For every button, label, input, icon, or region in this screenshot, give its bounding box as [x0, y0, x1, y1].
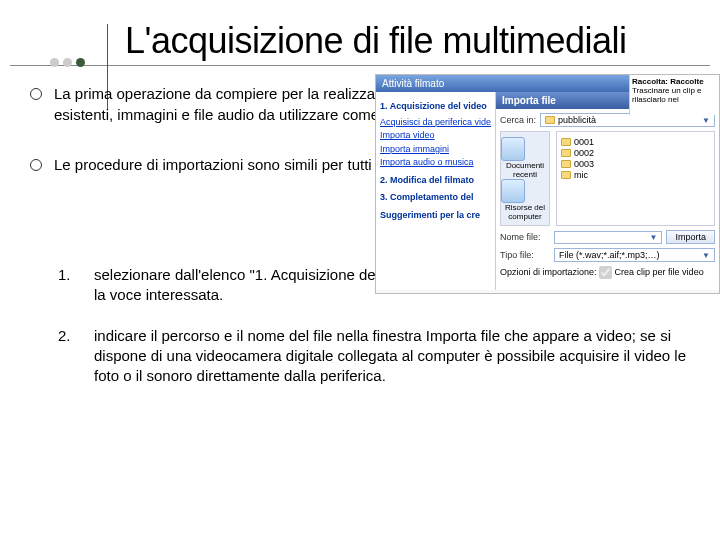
filename-field: ▼: [554, 231, 662, 244]
filename-label: Nome file:: [500, 232, 550, 242]
options-label: Opzioni di importazione:: [500, 267, 597, 277]
list-item: 0001: [561, 137, 710, 147]
recent-docs-icon: [501, 137, 525, 161]
step-text: indicare il percorso e il nome del file …: [94, 326, 710, 387]
collection-header: Raccolta: Raccolte: [632, 77, 717, 86]
folder-icon: [561, 160, 571, 168]
slide-content: La prima operazione da compiere per la r…: [0, 66, 720, 386]
list-item: mic: [561, 170, 710, 180]
task-pane-body: 1. Acquisizione del video Acquisisci da …: [376, 92, 496, 290]
filetype-label: Tipo file:: [500, 250, 550, 260]
task-link: Acquisisci da periferica video: [380, 116, 491, 130]
task-section-4: Suggerimenti per la cre: [380, 209, 491, 223]
chevron-down-icon: ▼: [702, 116, 710, 125]
slide-header: L'acquisizione di file multimediali: [0, 0, 720, 61]
chevron-down-icon: ▼: [650, 233, 658, 242]
clip-checkbox: [599, 266, 612, 279]
places-bar: Documenti recenti Risorse del computer: [500, 131, 550, 226]
chevron-down-icon: ▼: [702, 251, 710, 260]
list-item: 0002: [561, 148, 710, 158]
file-list: 0001 0002 0003 mic: [556, 131, 715, 226]
folder-icon: [561, 138, 571, 146]
lookin-dropdown: pubblicità ▼: [540, 113, 715, 127]
task-section-2: 2. Modifica del filmato: [380, 174, 491, 188]
task-link: Importa audio o musica: [380, 156, 491, 170]
task-pane-title: Attività filmato: [382, 78, 444, 89]
clip-checkbox-label: Crea clip per file video: [615, 267, 704, 277]
task-section-1: 1. Acquisizione del video: [380, 100, 491, 114]
bullet-icon: [30, 159, 42, 171]
place-label: Risorse del computer: [501, 203, 549, 221]
my-computer-icon: [501, 179, 525, 203]
task-link: Importa immagini: [380, 143, 491, 157]
lookin-label: Cerca in:: [500, 115, 536, 125]
import-button: Importa: [666, 230, 715, 244]
folder-icon: [545, 116, 555, 124]
task-section-3: 3. Completamento del: [380, 191, 491, 205]
filetype-field: File (*.wav;*.aif;*.mp3;…)▼: [554, 248, 715, 262]
list-item: 0003: [561, 159, 710, 169]
task-link: Importa video: [380, 129, 491, 143]
place-label: Documenti recenti: [501, 161, 549, 179]
collection-sub: Trascinare un clip e rilasciarlo nel: [632, 86, 717, 104]
screenshot-figure: Attività filmato × Raccolta: Raccolte Tr…: [375, 74, 720, 294]
folder-icon: [561, 171, 571, 179]
step-number: 2.: [58, 326, 76, 346]
slide-title: L'acquisizione di file multimediali: [125, 20, 720, 61]
folder-icon: [561, 149, 571, 157]
bullet-icon: [30, 88, 42, 100]
collection-pane: Raccolta: Raccolte Trascinare un clip e …: [629, 75, 719, 115]
step-item: 2. indicare il percorso e il nome del fi…: [30, 326, 710, 387]
lookin-value: pubblicità: [558, 115, 596, 125]
step-number: 1.: [58, 265, 76, 285]
